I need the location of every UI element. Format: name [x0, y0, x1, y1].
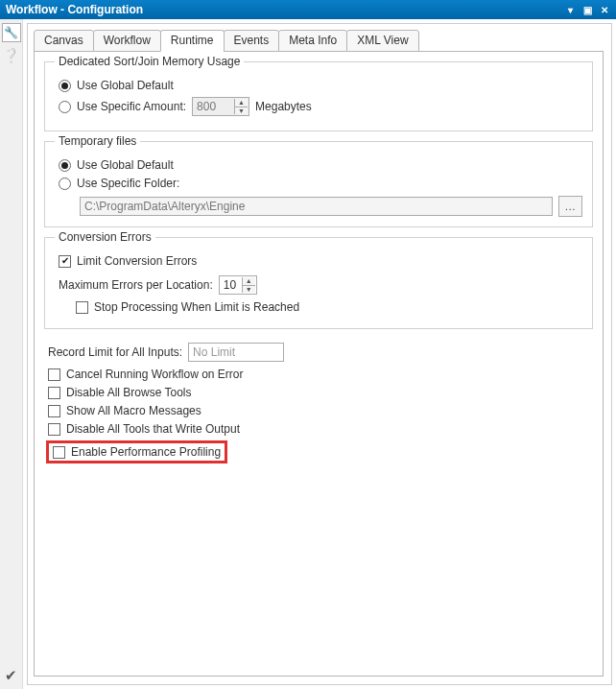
checkbox-icon[interactable] [59, 255, 71, 268]
opt-show-macro-row[interactable]: Show All Macro Messages [48, 404, 593, 417]
memory-specific-radio-row[interactable]: Use Specific Amount: 800 ▲▼ Megabytes [59, 97, 582, 116]
tab-workflow[interactable]: Workflow [93, 30, 161, 52]
browse-folder-button[interactable]: ... [558, 196, 582, 217]
opt-disable-browse-label: Disable All Browse Tools [66, 386, 192, 399]
opt-disable-write-label: Disable All Tools that Write Output [66, 422, 240, 436]
conv-stop-label: Stop Processing When Limit is Reached [94, 300, 299, 314]
conv-max-label: Maximum Errors per Location: [59, 278, 213, 292]
wrench-icon[interactable]: 🔧 [2, 23, 21, 42]
status-ok-icon: ✔ [4, 668, 19, 683]
radio-icon[interactable] [59, 101, 71, 113]
conv-max-input[interactable]: 10 ▲▼ [219, 275, 257, 295]
pin-icon[interactable]: ▣ [580, 3, 595, 16]
temp-specific-label: Use Specific Folder: [77, 177, 179, 190]
temp-path-input[interactable]: C:\ProgramData\Alteryx\Engine [80, 197, 553, 216]
dropdown-arrow-icon[interactable]: ▾ [562, 3, 578, 16]
group-memory: Dedicated Sort/Join Memory Usage Use Glo… [44, 61, 593, 131]
checkbox-icon[interactable] [48, 368, 60, 381]
left-toolbar: 🔧 ❔ ✔ [0, 19, 23, 689]
opt-profiling-row[interactable]: Enable Performance Profiling [53, 445, 221, 459]
opt-profiling-label: Enable Performance Profiling [71, 445, 221, 459]
spinner-icon[interactable]: ▲▼ [242, 277, 255, 293]
opt-disable-write-row[interactable]: Disable All Tools that Write Output [48, 422, 593, 436]
checkbox-icon[interactable] [48, 387, 60, 399]
checkbox-icon[interactable] [48, 405, 60, 417]
tab-panel-runtime: Dedicated Sort/Join Memory Usage Use Glo… [34, 51, 604, 677]
group-memory-legend: Dedicated Sort/Join Memory Usage [55, 55, 244, 68]
record-limit-input[interactable]: No Limit [188, 343, 284, 362]
conv-limit-checkbox-row[interactable]: Limit Conversion Errors [59, 254, 582, 268]
spinner-icon[interactable]: ▲▼ [234, 99, 248, 114]
group-tempfiles-legend: Temporary files [55, 134, 140, 148]
close-icon[interactable]: ✕ [597, 3, 612, 16]
help-icon[interactable]: ❔ [4, 48, 19, 63]
radio-icon[interactable] [59, 178, 71, 190]
memory-global-radio-row[interactable]: Use Global Default [59, 79, 582, 92]
conv-limit-label: Limit Conversion Errors [77, 254, 197, 268]
temp-global-label: Use Global Default [77, 158, 174, 172]
tab-runtime[interactable]: Runtime [160, 30, 225, 52]
group-tempfiles: Temporary files Use Global Default Use S… [44, 141, 593, 227]
memory-global-label: Use Global Default [77, 79, 174, 92]
record-limit-label: Record Limit for All Inputs: [48, 345, 182, 359]
tab-xmlview[interactable]: XML View [346, 30, 418, 52]
opt-cancel-label: Cancel Running Workflow on Error [66, 368, 244, 381]
tab-bar: Canvas Workflow Runtime Events Meta Info… [34, 30, 604, 52]
radio-icon[interactable] [59, 80, 71, 92]
highlighted-option: Enable Performance Profiling [46, 440, 227, 463]
opt-cancel-row[interactable]: Cancel Running Workflow on Error [48, 368, 593, 381]
tab-canvas[interactable]: Canvas [34, 30, 94, 52]
tab-metainfo[interactable]: Meta Info [278, 30, 347, 52]
checkbox-icon[interactable] [48, 423, 60, 436]
group-conv-errors: Conversion Errors Limit Conversion Error… [44, 237, 593, 329]
memory-amount-input[interactable]: 800 ▲▼ [192, 97, 249, 116]
temp-specific-radio-row[interactable]: Use Specific Folder: [59, 177, 582, 190]
conv-stop-checkbox-row[interactable]: Stop Processing When Limit is Reached [76, 300, 582, 314]
radio-icon[interactable] [59, 159, 71, 172]
temp-global-radio-row[interactable]: Use Global Default [59, 158, 582, 172]
title-bar: Workflow - Configuration ▾ ▣ ✕ [0, 0, 616, 19]
checkbox-icon[interactable] [76, 301, 88, 314]
memory-unit-label: Megabytes [255, 100, 312, 113]
group-conv-legend: Conversion Errors [55, 230, 155, 244]
opt-show-macro-label: Show All Macro Messages [66, 404, 201, 417]
tab-events[interactable]: Events [224, 30, 280, 52]
opt-disable-browse-row[interactable]: Disable All Browse Tools [48, 386, 593, 399]
config-panel: Canvas Workflow Runtime Events Meta Info… [27, 23, 612, 685]
record-limit-row: Record Limit for All Inputs: No Limit [48, 343, 593, 362]
checkbox-icon[interactable] [53, 446, 65, 459]
window-title: Workflow - Configuration [6, 3, 143, 16]
memory-specific-label: Use Specific Amount: [77, 100, 186, 113]
